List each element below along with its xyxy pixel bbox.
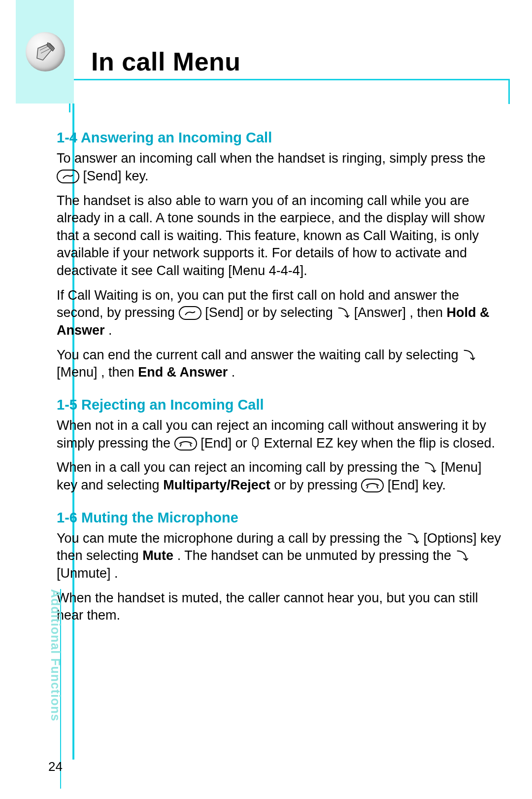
- key-label: [Options]: [423, 531, 476, 546]
- para-1-5-2: When in a call you can reject an incomin…: [57, 459, 502, 494]
- end-key-icon: [361, 479, 384, 492]
- text: or by selecting: [247, 305, 337, 320]
- bold: Mute: [142, 548, 173, 563]
- para-1-4-3: If Call Waiting is on, you can put the f…: [57, 287, 502, 340]
- side-label: Additional Functions: [48, 589, 63, 722]
- para-1-6-1: You can mute the microphone during a cal…: [57, 530, 502, 583]
- key-label: [End]: [200, 436, 232, 451]
- chapter-icon: [26, 32, 65, 71]
- page-number: 24: [48, 759, 63, 774]
- key-label: [Menu]: [57, 365, 98, 380]
- end-key-icon: [174, 437, 197, 451]
- svg-rect-4: [179, 307, 201, 319]
- svg-rect-3: [57, 170, 79, 183]
- svg-rect-8: [362, 479, 383, 492]
- text: When in a call you can reject an incomin…: [57, 460, 423, 475]
- key-label: [End]: [388, 478, 419, 492]
- section-heading-1-5: 1-5 Rejecting an Incoming Call: [57, 395, 502, 414]
- text: key.: [125, 169, 149, 183]
- ez-key-icon: [251, 437, 260, 451]
- send-key-icon: [57, 170, 79, 183]
- softkey-left-icon: [462, 348, 476, 362]
- softkey-left-icon: [455, 549, 469, 563]
- softkey-left-icon: [406, 532, 420, 546]
- bold: End & Answer: [138, 365, 228, 380]
- page-title: In call Menu: [91, 47, 241, 76]
- para-1-5-1: When not in a call you can reject an inc…: [57, 417, 502, 452]
- text: .: [108, 323, 112, 338]
- text: To answer an incoming call when the hand…: [57, 151, 485, 166]
- send-key-icon: [179, 306, 201, 320]
- title-underline: [74, 79, 510, 80]
- text: .: [114, 566, 118, 581]
- notebook-icon: [33, 39, 58, 64]
- text: , then: [409, 305, 446, 320]
- bold: Multiparty/Reject: [163, 478, 270, 492]
- text: , then: [101, 365, 138, 380]
- title-accent-right: [508, 80, 510, 104]
- section-heading-1-4: 1-4 Answering an Incoming Call: [57, 128, 502, 147]
- text: or by pressing: [274, 478, 361, 492]
- svg-rect-6: [253, 438, 258, 447]
- text: . The handset can be unmuted by pressing…: [177, 548, 455, 563]
- softkey-left-icon: [336, 306, 350, 320]
- section-heading-1-6: 1-6 Muting the Microphone: [57, 508, 502, 527]
- para-1-6-2: When the handset is muted, the caller ca…: [57, 590, 502, 625]
- text: key when the flip is closed.: [337, 436, 495, 451]
- para-1-4-1: To answer an incoming call when the hand…: [57, 150, 502, 185]
- text: You can mute the microphone during a cal…: [57, 531, 406, 546]
- text: key and selecting: [57, 478, 163, 492]
- softkey-left-icon: [423, 461, 437, 475]
- text: key.: [422, 478, 446, 492]
- para-1-4-4: You can end the current call and answer …: [57, 347, 502, 382]
- para-1-4-2: The handset is also able to warn you of …: [57, 192, 502, 280]
- left-vertical-rule-stub: [69, 104, 70, 112]
- text: You can end the current call and answer …: [57, 347, 462, 362]
- text: .: [232, 365, 235, 380]
- key-label: [Send]: [83, 169, 122, 183]
- svg-rect-5: [175, 437, 197, 450]
- key-label: [Send]: [205, 305, 243, 320]
- key-label: [Menu]: [441, 460, 482, 475]
- content-area: 1-4 Answering an Incoming Call To answer…: [57, 128, 502, 631]
- text: or: [235, 436, 251, 451]
- key-label: [Unmute]: [57, 566, 111, 581]
- key-label: External EZ: [264, 436, 333, 451]
- key-label: [Answer]: [354, 305, 406, 320]
